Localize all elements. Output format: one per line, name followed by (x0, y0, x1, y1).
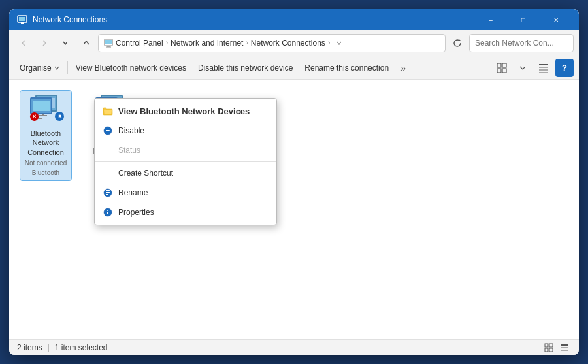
item-count: 2 items (17, 343, 42, 352)
svg-point-25 (107, 210, 108, 211)
svg-rect-2 (21, 22, 24, 24)
bluetooth-sub2: Bluetooth (32, 169, 59, 176)
svg-rect-21 (106, 190, 110, 191)
content-area: ✕ ʙ Bluetooth Network Connection Not con… (9, 80, 579, 339)
ctx-disable[interactable]: Disable (95, 121, 276, 141)
forward-button[interactable] (35, 34, 54, 52)
rename-button[interactable]: Rename this connection (299, 59, 394, 77)
svg-rect-6 (107, 46, 110, 47)
organise-dropdown-icon (54, 65, 59, 71)
close-button[interactable]: ✕ (541, 9, 571, 30)
status-list-view-button[interactable] (558, 341, 571, 354)
breadcrumb-bar[interactable]: Control Panel › Network and Internet › N… (98, 34, 446, 52)
toolbar: Organise View Bluetooth network devices … (9, 56, 579, 80)
svg-rect-5 (105, 40, 112, 44)
status-grid-view-button[interactable] (542, 341, 555, 354)
breadcrumb-network-connections[interactable]: Network Connections (251, 39, 325, 48)
ctx-status: Status (95, 141, 276, 160)
svg-rect-26 (107, 212, 108, 214)
back-button[interactable] (14, 34, 33, 52)
view-dropdown-button[interactable] (514, 59, 532, 77)
ctx-disable-icon (103, 125, 113, 136)
breadcrumb-network-internet[interactable]: Network and Internet (171, 39, 243, 48)
search-box[interactable] (469, 34, 574, 52)
svg-rect-28 (549, 344, 553, 347)
breadcrumb-dropdown[interactable] (333, 41, 346, 46)
ctx-disable-label: Disable (118, 126, 144, 135)
window-icon (17, 14, 27, 25)
svg-rect-27 (545, 344, 548, 347)
svg-rect-7 (106, 46, 111, 47)
view-details-button[interactable] (534, 59, 553, 77)
bluetooth-network-icon: ✕ ʙ (30, 95, 64, 122)
svg-rect-23 (106, 194, 108, 195)
view-dropdown-icon (519, 65, 526, 71)
ctx-status-label: Status (118, 146, 140, 155)
title-bar: Network Connections – □ ✕ (9, 9, 579, 30)
view-bluetooth-button[interactable]: View Bluetooth network devices (71, 59, 191, 77)
svg-rect-10 (497, 63, 501, 67)
view-layout-button[interactable] (493, 59, 511, 77)
breadcrumb-control-panel[interactable]: Control Panel (116, 39, 163, 48)
svg-rect-12 (497, 69, 501, 73)
ctx-create-shortcut-label: Create Shortcut (118, 169, 173, 178)
toolbar-right: ? (493, 59, 574, 77)
svg-rect-31 (561, 344, 568, 346)
svg-rect-11 (502, 63, 506, 67)
toolbar-separator-1 (67, 61, 68, 74)
svg-rect-14 (539, 64, 548, 65)
svg-rect-3 (20, 24, 25, 24)
view-details-icon (538, 62, 549, 74)
ctx-properties-label: Properties (118, 208, 154, 217)
svg-rect-13 (502, 69, 506, 73)
bluetooth-overlay: ʙ (55, 112, 64, 121)
svg-rect-32 (561, 347, 568, 348)
refresh-button[interactable] (448, 34, 466, 52)
status-grid-icon (544, 343, 553, 352)
view-layout-icon (496, 62, 508, 74)
ctx-shortcut-icon (103, 168, 113, 178)
svg-rect-15 (539, 67, 548, 68)
minimize-button[interactable]: – (476, 9, 506, 30)
selected-count: 1 item selected (55, 343, 108, 352)
ctx-rename-icon (103, 188, 113, 198)
svg-rect-19 (106, 130, 110, 131)
svg-rect-33 (561, 350, 568, 351)
ctx-rename[interactable]: Rename (95, 183, 276, 203)
svg-rect-1 (19, 17, 25, 21)
svg-rect-30 (549, 348, 553, 352)
ctx-status-icon (103, 145, 113, 156)
svg-rect-29 (545, 348, 548, 352)
ctx-rename-label: Rename (118, 188, 148, 197)
ctx-properties[interactable]: Properties (95, 203, 276, 222)
up-button[interactable] (77, 34, 95, 52)
ctx-create-shortcut[interactable]: Create Shortcut (95, 163, 276, 183)
recent-locations-button[interactable] (56, 34, 74, 52)
ctx-properties-icon (103, 207, 113, 218)
svg-rect-22 (106, 192, 110, 193)
status-list-icon (560, 343, 569, 352)
svg-rect-16 (539, 69, 548, 71)
help-button[interactable]: ? (555, 59, 574, 77)
ctx-view-bluetooth-label: View Bluetooth Network Devices (118, 107, 250, 116)
ctx-separator (95, 161, 276, 162)
status-bar: 2 items | 1 item selected (9, 339, 579, 355)
toolbar-more-button[interactable]: » (395, 59, 411, 77)
network-connections-window: Network Connections – □ ✕ Control (9, 9, 579, 355)
ctx-view-bluetooth[interactable]: View Bluetooth Network Devices (95, 101, 276, 121)
ctx-folder-icon (103, 106, 113, 116)
bluetooth-label: Bluetooth Network Connection (24, 129, 67, 157)
organise-button[interactable]: Organise (14, 59, 65, 77)
search-input[interactable] (475, 39, 573, 48)
disable-button[interactable]: Disable this network device (193, 59, 298, 77)
address-bar: Control Panel › Network and Internet › N… (9, 30, 579, 56)
bluetooth-network-item[interactable]: ✕ ʙ Bluetooth Network Connection Not con… (20, 90, 72, 181)
status-bar-right (542, 341, 571, 354)
maximize-button[interactable]: □ (508, 9, 538, 30)
bluetooth-sublabel: Not connected (25, 159, 67, 167)
window-title: Network Connections (33, 15, 476, 24)
bluetooth-icon-wrap: ✕ ʙ (30, 95, 61, 126)
svg-rect-17 (539, 72, 548, 73)
window-controls: – □ ✕ (476, 9, 571, 30)
disconnected-overlay: ✕ (30, 112, 39, 121)
